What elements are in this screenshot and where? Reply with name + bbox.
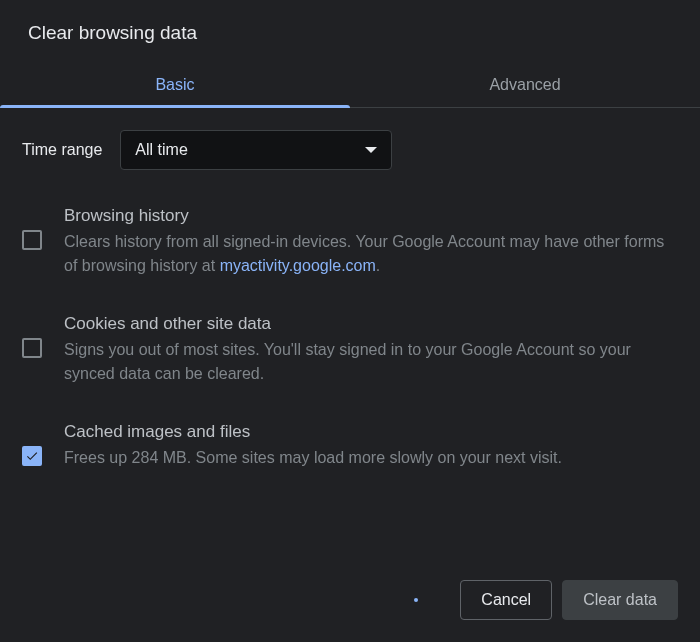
tabs: Basic Advanced [0, 62, 700, 108]
option-cache: Cached images and files Frees up 284 MB.… [22, 422, 672, 470]
clear-browsing-data-dialog: Clear browsing data Basic Advanced Time … [0, 0, 700, 642]
option-browsing-title: Browsing history [64, 206, 672, 226]
option-cookies-text: Cookies and other site data Signs you ou… [64, 314, 672, 386]
cancel-button[interactable]: Cancel [460, 580, 552, 620]
option-cookies: Cookies and other site data Signs you ou… [22, 314, 672, 386]
option-browsing-history: Browsing history Clears history from all… [22, 206, 672, 278]
checkbox-cookies[interactable] [22, 338, 42, 358]
checkbox-browsing-history[interactable] [22, 230, 42, 250]
time-range-dropdown[interactable]: All time [120, 130, 392, 170]
myactivity-link[interactable]: myactivity.google.com [220, 257, 376, 274]
option-cookies-desc: Signs you out of most sites. You'll stay… [64, 338, 672, 386]
time-range-value: All time [135, 141, 187, 159]
option-browsing-text: Browsing history Clears history from all… [64, 206, 672, 278]
check-icon [25, 449, 39, 463]
option-cache-title: Cached images and files [64, 422, 672, 442]
option-cache-desc: Frees up 284 MB. Some sites may load mor… [64, 446, 672, 470]
option-browsing-desc-after: . [376, 257, 380, 274]
tab-basic[interactable]: Basic [0, 62, 350, 107]
clear-data-button[interactable]: Clear data [562, 580, 678, 620]
dialog-content: Time range All time Browsing history Cle… [0, 108, 700, 580]
tab-advanced-label: Advanced [489, 76, 560, 93]
checkbox-cache[interactable] [22, 446, 42, 466]
loading-indicator [414, 598, 418, 602]
time-range-label: Time range [22, 141, 102, 159]
tab-basic-label: Basic [155, 76, 194, 93]
time-range-row: Time range All time [22, 130, 672, 170]
dialog-footer: Cancel Clear data [0, 580, 700, 642]
chevron-down-icon [365, 147, 377, 153]
tab-advanced[interactable]: Advanced [350, 62, 700, 107]
option-browsing-desc: Clears history from all signed-in device… [64, 230, 672, 278]
option-cookies-title: Cookies and other site data [64, 314, 672, 334]
option-cache-text: Cached images and files Frees up 284 MB.… [64, 422, 672, 470]
dialog-title: Clear browsing data [0, 0, 700, 62]
